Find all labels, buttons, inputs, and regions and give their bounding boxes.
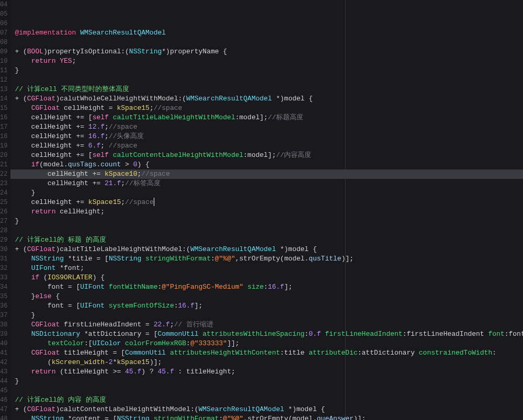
code-line[interactable]: }	[10, 377, 523, 386]
code-token: calutTitleLabelHeightWithModel	[60, 245, 182, 253]
code-line[interactable]: + (CGFloat)calutContentLabelHeightWithMo…	[10, 405, 523, 414]
code-line[interactable]: textColor:[UIColor colorFromHexRGB:@"333…	[10, 339, 523, 348]
line-number: 27	[0, 217, 7, 226]
line-number: 37	[0, 311, 7, 320]
line-number: 15	[0, 104, 7, 113]
code-token: cellHeight +=	[15, 198, 88, 206]
line-number: 12	[0, 75, 7, 85]
code-line[interactable]: // 计算cell 不同类型时的整体高度	[10, 85, 523, 94]
code-line[interactable]: return cellHeight;	[10, 207, 523, 217]
code-token: ;	[105, 132, 109, 140]
code-line[interactable]: if(model.qusTags.count > 0) {	[10, 160, 523, 169]
code-token: stringWithFormat	[154, 415, 219, 420]
code-token: 16.f	[178, 302, 195, 310]
code-token: calutContentLabelHeightWithModel	[60, 405, 190, 413]
code-line[interactable]: font = [UIFont fontWithName:@"PingFangSC…	[10, 282, 523, 292]
code-line[interactable]	[10, 38, 523, 47]
code-token: ) ?	[141, 368, 157, 376]
line-number: 34	[0, 282, 7, 292]
line-number: 47	[0, 405, 7, 414]
code-line[interactable]: }	[10, 311, 523, 320]
code-line[interactable]: return YES;	[10, 56, 523, 66]
code-token: kSpace15	[117, 104, 149, 112]
code-line[interactable]: cellHeight += 6.f; //space	[10, 141, 523, 151]
code-line[interactable]: cellHeight += [self calutContentLabelHei…	[10, 151, 523, 160]
code-line[interactable]	[10, 226, 523, 235]
code-token: :	[174, 302, 178, 310]
code-token: colorFromHexRGB	[125, 339, 186, 347]
code-token: else	[35, 292, 51, 300]
code-line[interactable]: CGFloat firstLineHeadIndent = 22.f;// 首行…	[10, 320, 523, 330]
code-token: font = [	[15, 283, 80, 291]
code-line[interactable]: NSDictionary *attDictionary = [CommonUti…	[10, 330, 523, 339]
code-line[interactable]: }	[10, 66, 523, 75]
code-line[interactable]: }	[10, 188, 523, 198]
code-token: ;	[150, 104, 154, 112]
line-number: 19	[0, 141, 7, 151]
code-token: cellHeight +=	[15, 179, 105, 187]
line-number: 46	[0, 395, 7, 405]
code-line[interactable]: + (CGFloat)calutTitleLabelHeightWithMode…	[10, 245, 523, 254]
code-line[interactable]: UIFont *font;	[10, 264, 523, 273]
code-token	[150, 415, 154, 420]
code-token: ,strOrEmpty(model.	[243, 415, 316, 420]
code-line[interactable]: NSString *content = [NSString stringWith…	[10, 414, 523, 420]
code-token: // 计算cell 不同类型时的整体高度	[15, 85, 129, 93]
code-line[interactable]: @implementation WMSearchResultQAModel	[10, 28, 523, 38]
line-number: 43	[0, 367, 7, 377]
code-token: :	[492, 349, 496, 357]
code-token: if	[31, 274, 40, 281]
code-token: NSDictionary	[31, 330, 81, 338]
code-area[interactable]: @implementation WMSearchResultQAModel+ (…	[10, 0, 523, 420]
code-token: textColor	[48, 339, 84, 347]
line-number: 32	[0, 264, 7, 273]
code-token: //内容高度	[276, 151, 312, 159]
line-number: 42	[0, 358, 7, 367]
code-token	[15, 349, 31, 357]
code-token: 6.f	[88, 142, 100, 150]
code-line[interactable]: cellHeight += [self calutTitleLabelHeigh…	[10, 113, 523, 122]
code-line[interactable]: cellHeight += 16.f;//头像高度	[10, 132, 523, 141]
code-line[interactable]	[10, 386, 523, 395]
code-line[interactable]	[10, 75, 523, 85]
code-token: NSString	[109, 255, 141, 263]
code-token: ) {	[138, 161, 150, 168]
code-token: + (	[15, 405, 27, 413]
code-token: queAnswer	[317, 415, 354, 420]
code-token: calutContentLabelHeightWithModel	[113, 151, 244, 159]
line-number: 22	[0, 169, 7, 179]
code-token	[109, 151, 113, 159]
code-token: *)model {	[276, 245, 317, 253]
code-line[interactable]: // 计算cell的 内容 的高度	[10, 395, 523, 405]
code-line[interactable]: CGFloat cellHeight = kSpace15;//space	[10, 104, 523, 113]
line-number: 16	[0, 113, 7, 122]
code-token: count	[100, 161, 121, 168]
code-line[interactable]: cellHeight += kSpace15;//space	[10, 198, 523, 207]
code-line[interactable]: NSString *title = [NSString stringWithFo…	[10, 254, 523, 264]
code-line[interactable]: + (BOOL)propertyIsOptional:(NSString*)pr…	[10, 47, 523, 56]
code-token: :	[304, 330, 309, 338]
code-token: //头像高度	[109, 132, 144, 140]
code-line[interactable]: CGFloat titleHeight = [CommonUtil attrib…	[10, 348, 523, 358]
code-line[interactable]: font = [UIFont systemFontOfSize:16.f];	[10, 301, 523, 311]
line-number: 05	[0, 9, 7, 19]
code-token: UIFont	[80, 302, 105, 310]
line-number: 24	[0, 188, 7, 198]
code-token: ]];	[227, 339, 239, 347]
code-line[interactable]: cellHeight += 12.f;//space	[10, 122, 523, 132]
code-line[interactable]: return (titleHeight >= 45.f) ? 45.f : ti…	[10, 367, 523, 377]
code-line[interactable]: if (IOS9ORLATER) {	[10, 273, 523, 282]
code-line[interactable]: // 计算cell的 标题 的高度	[10, 235, 523, 245]
code-line[interactable]: cellHeight += 21.f;//标签高度	[10, 179, 523, 188]
code-line[interactable]: (kScreen_width-2*kSpace15)];	[10, 358, 523, 367]
code-token: return	[31, 208, 56, 215]
code-token: font	[488, 330, 504, 338]
code-line[interactable]: + (CGFloat)calutWholeCellHeightWithModel…	[10, 94, 523, 104]
line-number: 07	[0, 28, 7, 38]
code-line[interactable]: }else {	[10, 292, 523, 301]
code-token: :font	[505, 330, 523, 338]
code-token: calutWholeCellHeightWithModel	[60, 95, 178, 103]
code-line[interactable]: }	[10, 217, 523, 226]
code-editor[interactable]: 0405060708091011121314151617181920212223…	[0, 0, 523, 420]
code-token: : titleHeight;	[174, 368, 235, 376]
